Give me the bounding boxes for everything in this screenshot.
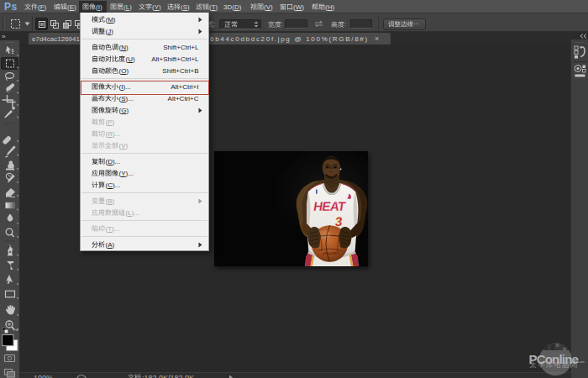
svg-text:SPALDING: SPALDING: [322, 250, 339, 255]
svg-text:HEAT: HEAT: [312, 199, 347, 213]
